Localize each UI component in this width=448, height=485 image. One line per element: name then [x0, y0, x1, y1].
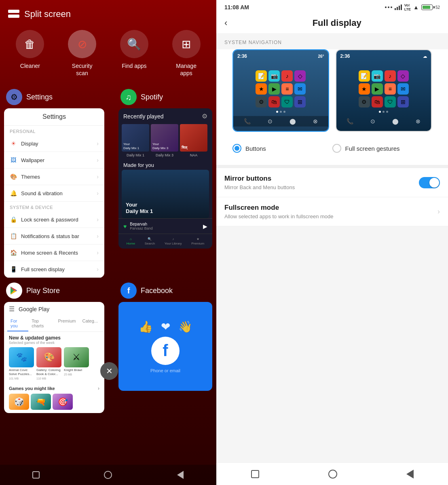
gestures-phone-preview[interactable]: 2:36 ☁ 📝 📷 ♪ ◇ ★: [336, 49, 432, 132]
app-icon-music: ♪: [281, 70, 293, 82]
spotify-big-thumb-overlay: YourDaily Mix 1: [122, 198, 209, 219]
tab-categories[interactable]: Categ...: [79, 316, 101, 331]
spotify-big-thumbnail[interactable]: YourDaily Mix 1: [122, 170, 209, 218]
right-nav-circle-btn[interactable]: [328, 470, 337, 479]
g-phone-nav-camera: ⊙: [370, 118, 375, 124]
mirror-toggle[interactable]: [419, 177, 440, 188]
app-icon-settings: ⚙: [256, 96, 267, 108]
game-item-2[interactable]: 🎨 Gallery: Coloring Book & Color... 110 …: [36, 347, 61, 380]
options-row: Buttons Full screen gestures: [224, 140, 440, 161]
facebook-thumbsup-icon: 👍: [139, 320, 153, 333]
back-button[interactable]: ‹: [224, 18, 227, 28]
page-title: Full display: [234, 18, 440, 28]
buttons-radio-circle[interactable]: [232, 144, 241, 153]
settings-card[interactable]: ⚙ Settings Settings PERSONAL ☀ Display ›…: [4, 89, 104, 278]
spotify-nav-library[interactable]: ♪ Your Library: [165, 237, 182, 245]
spotify-nav-home[interactable]: ⌂ Home: [127, 237, 135, 245]
spotify-app-name: Spotify: [141, 93, 163, 101]
right-nav-triangle-btn[interactable]: [406, 470, 414, 479]
security-scan-action[interactable]: ⊘ Securityscan: [68, 30, 96, 77]
system-nav-label: SYSTEM NAVIGATION: [216, 33, 448, 49]
spotify-thumb-1[interactable]: YourDaily Mix 1: [122, 124, 149, 152]
fullscreen-icon: 📱: [10, 266, 17, 273]
find-apps-action[interactable]: 🔍 Find apps: [120, 30, 148, 77]
buttons-phone-time: 2:36: [237, 53, 247, 59]
nav-circle-btn[interactable]: [102, 469, 114, 481]
buttons-phone-preview[interactable]: 2:36 26° 📝 📷 ♪ ◇ ★: [232, 49, 329, 132]
mirror-info: Mirror buttons Mirror Back and Menu butt…: [224, 175, 295, 190]
game-item-1[interactable]: 🐾 Animal Cove: Solve Puzzles... 101 MB: [9, 347, 34, 380]
battery-fill: [423, 6, 430, 9]
playstore-menu-icon[interactable]: ☰: [9, 305, 15, 313]
g-app-icon-6: ▶: [372, 83, 383, 95]
lockscreen-label: Lock screen & password: [21, 217, 78, 223]
phone-nav-more: ⬤: [290, 118, 296, 124]
spotify-thumb-3[interactable]: चिल्: [180, 124, 207, 152]
dot-3: [391, 6, 392, 8]
fullscreen-mode-row[interactable]: Fullscreen mode Allow selected apps to w…: [216, 197, 448, 226]
battery-tip: [433, 6, 435, 8]
playstore-title: Google Play: [19, 306, 49, 312]
phone-nav-phone: 📞: [244, 118, 251, 124]
tab-top-charts[interactable]: Top charts: [28, 316, 55, 331]
app-icon-extra: ◇: [294, 70, 306, 82]
phone-nav-camera: ⊙: [268, 118, 273, 124]
more-game-1[interactable]: 🎲: [9, 394, 29, 410]
spotify-nav-premium[interactable]: ★ Premium: [191, 237, 204, 245]
settings-display-item[interactable]: ☀ Display ›: [4, 135, 104, 152]
display-label: Display: [21, 141, 38, 147]
cleaner-action[interactable]: 🗑 Cleaner: [16, 30, 44, 77]
spotify-thumb-2[interactable]: YourDaily Mix 3: [151, 124, 178, 152]
bar-3: [399, 6, 400, 10]
spotify-card-content: Recently played ⚙ YourDaily Mix 1 YourDa…: [118, 108, 212, 249]
right-nav-square-btn[interactable]: [251, 470, 259, 478]
playstore-more-section[interactable]: Games you might like ›: [4, 383, 104, 394]
track-label-3: NAA: [180, 153, 207, 157]
spotify-gear-icon[interactable]: ⚙: [202, 112, 207, 120]
dot-a3: [283, 111, 285, 113]
playstore-card[interactable]: Play Store ☰ Google Play For you Top cha…: [4, 283, 104, 413]
game-size-2: 110 MB: [36, 377, 61, 380]
more-game-2[interactable]: 🔫: [31, 394, 51, 410]
settings-fullscreen-item[interactable]: 📱 Full screen display ›: [4, 261, 104, 278]
bar-1: [395, 8, 396, 10]
mirror-buttons-row[interactable]: Mirror buttons Mirror Back and Menu butt…: [216, 168, 448, 197]
tab-premium[interactable]: Premium: [55, 316, 79, 331]
facebook-input-hint[interactable]: Phone or email: [150, 368, 180, 373]
facebook-card[interactable]: f Facebook 👍 ❤ 👋 f Phone or email: [118, 283, 212, 413]
spotify-nav: ⌂ Home 🔍 Search ♪ Your Library ★ Premium: [118, 234, 212, 249]
playstore-app-icon: [6, 283, 22, 299]
nav-triangle-btn[interactable]: [174, 469, 186, 481]
settings-sound-item[interactable]: 🔔 Sound & vibration ›: [4, 185, 104, 202]
gestures-option[interactable]: Full screen gestures: [332, 140, 432, 157]
buttons-radio[interactable]: Buttons: [232, 140, 266, 157]
display-icon: ☀: [10, 140, 17, 147]
close-button[interactable]: ✕: [100, 362, 118, 380]
facebook-icons: 👍 ❤ 👋: [139, 320, 192, 333]
settings-themes-item[interactable]: 🎨 Themes ›: [4, 169, 104, 185]
battery-body: [421, 4, 433, 10]
nav-triangle-icon: [177, 471, 184, 479]
game-item-3[interactable]: ⚔ Knight Brawl 25 MB: [64, 347, 89, 380]
settings-card-content: Settings PERSONAL ☀ Display › 🖼 Wallpape…: [4, 108, 104, 278]
manage-apps-action[interactable]: ⊞ Manageapps: [172, 30, 201, 77]
manage-apps-label: Manageapps: [176, 62, 197, 77]
fullscreen-chevron: ›: [97, 266, 99, 272]
settings-wallpaper-item[interactable]: 🖼 Wallpaper ›: [4, 152, 104, 169]
spotify-nav-search[interactable]: 🔍 Search: [145, 237, 155, 245]
more-game-3[interactable]: 🎯: [53, 394, 73, 410]
settings-home-item[interactable]: 🏠 Home screen & Recents ›: [4, 245, 104, 261]
settings-lockscreen-item[interactable]: 🔒 Lock screen & password ›: [4, 211, 104, 228]
spotify-play-button[interactable]: ▶: [203, 223, 207, 230]
nav-square-btn[interactable]: [30, 469, 42, 481]
buttons-option[interactable]: Buttons: [232, 140, 332, 157]
app-icon-eq: ≡: [281, 83, 293, 95]
spotify-heart-icon[interactable]: ♥: [123, 223, 127, 230]
gestures-radio[interactable]: Full screen gestures: [332, 140, 400, 157]
spotify-card[interactable]: ♫ Spotify Recently played ⚙ YourDaily Mi…: [118, 89, 212, 278]
game-name-3: Knight Brawl: [64, 368, 89, 372]
tab-for-you[interactable]: For you: [7, 316, 28, 331]
facebook-card-content: 👍 ❤ 👋 f Phone or email: [118, 302, 212, 391]
settings-notif-item[interactable]: 📋 Notifications & status bar ›: [4, 228, 104, 245]
gestures-radio-circle[interactable]: [332, 144, 341, 153]
